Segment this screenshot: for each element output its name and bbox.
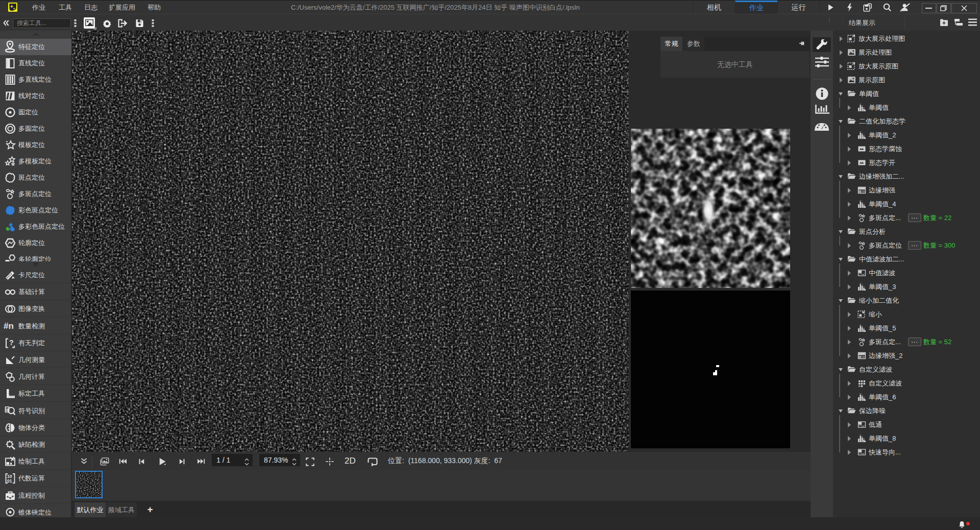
svg-text:?: ? (9, 339, 14, 347)
svg-text:01: 01 (7, 478, 12, 484)
